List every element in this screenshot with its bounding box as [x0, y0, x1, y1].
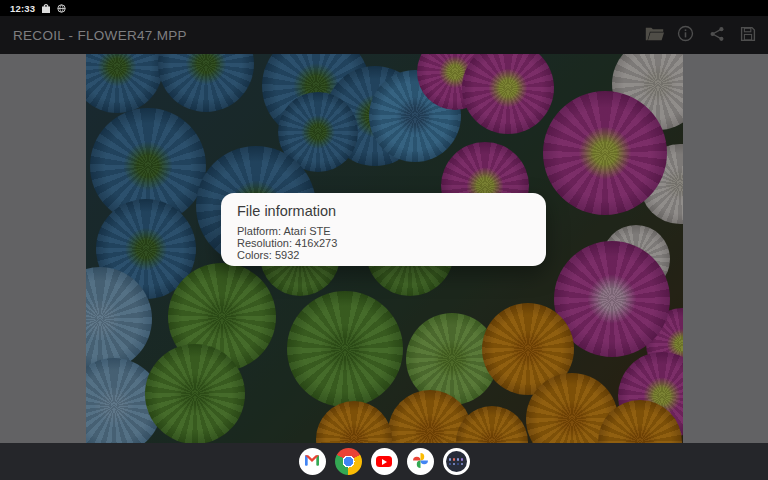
gmail-icon	[305, 454, 319, 469]
dock-app-chrome[interactable]	[335, 448, 362, 475]
dialog-colors: Colors: 5932	[237, 249, 530, 261]
open-file-button[interactable]	[645, 26, 664, 45]
dock-app-youtube[interactable]	[371, 448, 398, 475]
dock-app-photos[interactable]	[407, 448, 434, 475]
taskbar-dock	[0, 443, 768, 480]
dialog-title: File information	[237, 203, 530, 219]
chrome-icon	[335, 448, 362, 475]
appbar-actions	[645, 26, 757, 45]
open-folder-icon	[645, 26, 664, 45]
info-icon	[677, 25, 694, 45]
all-apps-icon	[446, 451, 467, 472]
app-bar: RECOIL - FLOWER47.MPP	[0, 16, 768, 54]
dialog-platform: Platform: Atari STE	[237, 225, 530, 237]
youtube-icon	[376, 456, 392, 467]
dialog-resolution: Resolution: 416x273	[237, 237, 530, 249]
notification-globe-icon	[57, 4, 66, 13]
share-icon	[709, 26, 725, 45]
file-info-button[interactable]	[676, 26, 695, 45]
play-icon	[382, 459, 387, 465]
status-bar: 12:33	[0, 0, 768, 16]
dock-app-gmail[interactable]	[299, 448, 326, 475]
save-button[interactable]	[738, 26, 757, 45]
app-title: RECOIL - FLOWER47.MPP	[13, 28, 645, 43]
photos-icon	[412, 452, 429, 472]
android-screen: 12:33 RECOIL - FLOWER47.MPP	[0, 0, 768, 480]
file-information-dialog: File information Platform: Atari STE Res…	[221, 193, 546, 266]
share-button[interactable]	[707, 26, 726, 45]
notification-bag-icon	[42, 4, 50, 13]
save-icon	[740, 26, 756, 45]
dock-app-all-apps[interactable]	[443, 448, 470, 475]
clock: 12:33	[10, 3, 35, 14]
